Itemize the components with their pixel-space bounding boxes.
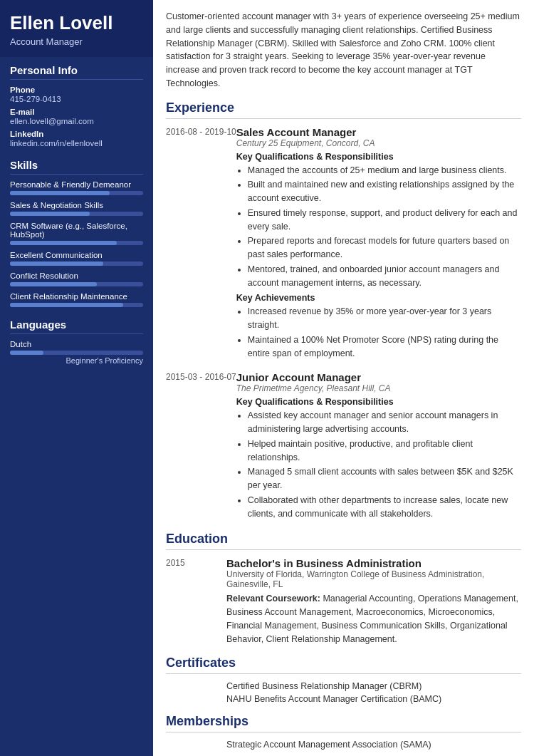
skill-name: Sales & Negotiation Skills — [10, 201, 143, 209]
candidate-title: Account Manager — [10, 36, 143, 47]
qualification-item: Managed 5 small client accounts with sal… — [248, 465, 521, 492]
achievements-list: Increased revenue by 35% or more year-ov… — [236, 305, 521, 360]
phone-label: Phone — [10, 86, 143, 94]
membership-item: Strategic Account Management Association… — [166, 740, 521, 750]
phone-value: 415-279-0413 — [10, 95, 143, 103]
skill-item: CRM Software (e.g., Salesforce, HubSpot) — [10, 222, 143, 245]
language-bar-fill — [10, 351, 43, 355]
skill-bar-fill — [10, 212, 90, 216]
sidebar: Ellen Lovell Account Manager Personal In… — [0, 0, 153, 756]
education-heading: Education — [166, 532, 521, 550]
qualification-item: Collaborated with other departments to i… — [248, 494, 521, 521]
certificates-list: Certified Business Relationship Manager … — [166, 681, 521, 704]
qualification-item: Built and maintained new and existing re… — [248, 178, 521, 205]
qualifications-list: Assisted key account manager and senior … — [236, 409, 521, 520]
qualification-item: Prepared reports and forecast models for… — [248, 234, 521, 262]
skill-bar-bg — [10, 241, 143, 245]
qualification-item: Managed the accounts of 25+ medium and l… — [248, 164, 521, 177]
skill-bar-fill — [10, 191, 110, 195]
candidate-name: Ellen Lovell — [10, 13, 143, 33]
languages-list: Dutch Beginner's Proficiency — [10, 340, 143, 365]
memberships-heading: Memberships — [166, 714, 521, 732]
skill-item: Excellent Communication — [10, 251, 143, 266]
skill-name: Conflict Resolution — [10, 271, 143, 280]
skill-bar-bg — [10, 282, 143, 286]
experience-date: 2015-03 - 2016-07 — [166, 371, 236, 522]
memberships-list: Strategic Account Management Association… — [166, 740, 521, 750]
qualification-item: Ensured timely response, support, and pr… — [248, 207, 521, 234]
degree-title: Bachelor's in Business Administration — [226, 557, 521, 569]
memberships-section: Memberships Strategic Account Management… — [166, 714, 521, 750]
skill-bar-fill — [10, 262, 103, 266]
main-content: Customer-oriented account manager with 3… — [153, 0, 534, 756]
skill-item: Sales & Negotiation Skills — [10, 201, 143, 216]
skills-list: Personable & Friendly Demeanor Sales & N… — [10, 180, 143, 307]
languages-heading: Languages — [10, 319, 143, 334]
certificates-heading: Certificates — [166, 656, 521, 674]
language-name: Dutch — [10, 340, 143, 348]
linkedin-value: linkedin.com/in/ellenlovell — [10, 139, 143, 147]
qualification-item: Mentored, trained, and onboarded junior … — [248, 263, 521, 290]
skill-bar-bg — [10, 303, 143, 307]
experience-item: 2015-03 - 2016-07 Junior Account Manager… — [166, 371, 521, 522]
skill-bar-fill — [10, 303, 123, 307]
language-proficiency: Beginner's Proficiency — [10, 356, 143, 365]
experience-content: Junior Account Manager The Primetime Age… — [236, 371, 521, 522]
qualification-item: Assisted key account manager and senior … — [248, 409, 521, 436]
education-content: Bachelor's in Business Administration Un… — [226, 557, 521, 646]
skill-bar-fill — [10, 241, 117, 245]
job-title: Junior Account Manager — [236, 371, 521, 383]
email-value: ellen.lovell@gmail.com — [10, 117, 143, 125]
school-name: University of Florida, Warrington Colleg… — [226, 569, 521, 589]
language-item: Dutch Beginner's Proficiency — [10, 340, 143, 365]
job-title: Sales Account Manager — [236, 126, 521, 138]
skills-heading: Skills — [10, 159, 143, 175]
certificate-item: Certified Business Relationship Manager … — [166, 681, 521, 691]
personal-info-section: Personal Info Phone 415-279-0413 E-mail … — [0, 57, 153, 152]
linkedin-label: LinkedIn — [10, 130, 143, 138]
experience-item: 2016-08 - 2019-10 Sales Account Manager … — [166, 126, 521, 362]
certificates-section: Certificates Certified Business Relation… — [166, 656, 521, 704]
experience-section: Experience 2016-08 - 2019-10 Sales Accou… — [166, 100, 521, 522]
achievement-item: Maintained a 100% Net Promoter Score (NP… — [248, 333, 521, 361]
sidebar-header: Ellen Lovell Account Manager — [0, 0, 153, 57]
company-name: The Primetime Agency, Pleasant Hill, CA — [236, 383, 521, 393]
certificate-item: NAHU Benefits Account Manager Certificat… — [166, 694, 521, 704]
skill-name: Personable & Friendly Demeanor — [10, 180, 143, 189]
experience-content: Sales Account Manager Century 25 Equipme… — [236, 126, 521, 362]
skill-bar-bg — [10, 262, 143, 266]
education-list: 2015 Bachelor's in Business Administrati… — [166, 557, 521, 646]
experience-date: 2016-08 - 2019-10 — [166, 126, 236, 362]
education-section: Education 2015 Bachelor's in Business Ad… — [166, 532, 521, 646]
experience-list: 2016-08 - 2019-10 Sales Account Manager … — [166, 126, 521, 522]
education-date: 2015 — [166, 557, 226, 646]
skill-bar-fill — [10, 282, 97, 286]
qualifications-heading: Key Qualifications & Responsibilities — [236, 397, 521, 407]
skill-item: Personable & Friendly Demeanor — [10, 180, 143, 195]
languages-section: Languages Dutch Beginner's Proficiency — [0, 311, 153, 369]
achievement-item: Increased revenue by 35% or more year-ov… — [248, 305, 521, 332]
email-label: E-mail — [10, 108, 143, 116]
skills-section: Skills Personable & Friendly Demeanor Sa… — [0, 152, 153, 311]
skill-item: Conflict Resolution — [10, 271, 143, 286]
qualifications-list: Managed the accounts of 25+ medium and l… — [236, 164, 521, 290]
skill-bar-bg — [10, 212, 143, 216]
skill-name: Excellent Communication — [10, 251, 143, 259]
qualification-item: Helped maintain positive, productive, an… — [248, 437, 521, 465]
summary-text: Customer-oriented account manager with 3… — [166, 10, 521, 90]
skill-item: Client Relationship Maintenance — [10, 292, 143, 307]
skill-name: Client Relationship Maintenance — [10, 292, 143, 301]
personal-info-heading: Personal Info — [10, 64, 143, 80]
skill-bar-bg — [10, 191, 143, 195]
experience-heading: Experience — [166, 100, 521, 119]
language-bar-bg — [10, 351, 143, 355]
qualifications-heading: Key Qualifications & Responsibilities — [236, 152, 521, 162]
skill-name: CRM Software (e.g., Salesforce, HubSpot) — [10, 222, 143, 239]
education-item: 2015 Bachelor's in Business Administrati… — [166, 557, 521, 646]
coursework: Relevant Coursework: Managerial Accounti… — [226, 592, 521, 646]
company-name: Century 25 Equipment, Concord, CA — [236, 138, 521, 148]
achievements-heading: Key Achievements — [236, 293, 521, 303]
